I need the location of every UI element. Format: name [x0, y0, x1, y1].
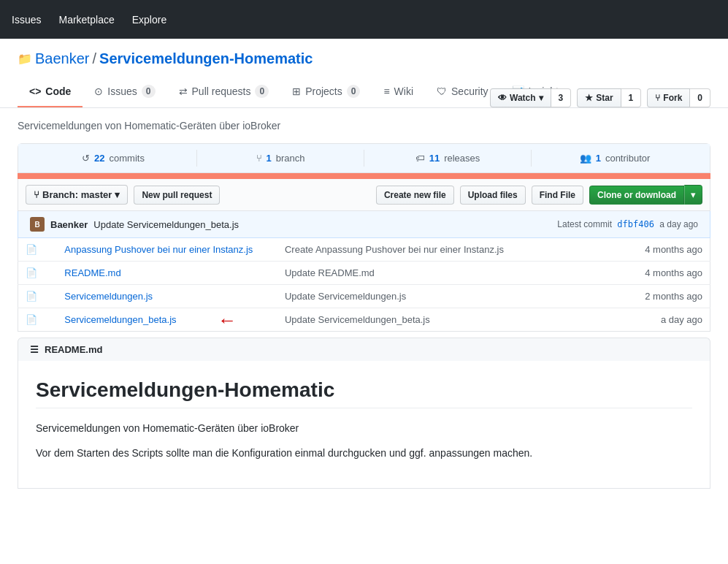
file-time: 4 months ago: [645, 267, 702, 278]
stats-row: ↺ 22 commits ⑂ 1 branch 🏷 11 releases 👥 …: [18, 144, 710, 173]
table-row: 📄 Anpassung Pushover bei nur einer Insta…: [18, 238, 710, 262]
contributors-stat[interactable]: 👥 1 contributor: [532, 150, 698, 167]
tab-wiki[interactable]: ≡ Wiki: [372, 77, 425, 107]
contributors-count[interactable]: 1: [596, 153, 601, 164]
commit-msg-cell: Create Anpassung Pushover bei nur einer …: [285, 244, 504, 255]
readme-filename: README.md: [45, 344, 102, 355]
tab-wiki-label: Wiki: [394, 85, 413, 97]
branches-count[interactable]: 1: [267, 153, 272, 164]
commit-right: Latest commit dfbf406 a day ago: [557, 219, 698, 229]
red-arrow-annotation: ←: [218, 308, 237, 331]
find-file-button[interactable]: Find File: [532, 186, 583, 205]
readme-body: Servicemeldungen-Homematic Servicemeldun…: [18, 361, 710, 489]
watch-count[interactable]: 3: [551, 88, 572, 107]
repo-header: 📁 Baenker / Servicemeldungen-Homematic 👁…: [0, 39, 728, 108]
file-link[interactable]: README.md: [64, 267, 120, 278]
clone-download-group: Clone or download ▾: [589, 185, 702, 205]
commits-stat[interactable]: ↺ 22 commits: [30, 150, 197, 167]
repo-description: Servicemeldungen von Homematic-Geräten ü…: [0, 108, 728, 143]
language-bar: [18, 173, 710, 179]
file-link[interactable]: Anpassung Pushover bei nur einer Instanz…: [64, 244, 253, 255]
commit-author[interactable]: Baenker: [50, 219, 88, 230]
breadcrumb-separator: /: [93, 50, 97, 67]
tab-pull-requests[interactable]: ⇄ Pull requests 0: [167, 76, 281, 107]
tab-projects[interactable]: ⊞ Projects 0: [280, 76, 372, 107]
branch-icon: ⑂: [34, 189, 39, 200]
owner-link[interactable]: Baenker: [35, 50, 90, 67]
file-icon: 📄: [26, 267, 37, 278]
commits-count[interactable]: 22: [94, 153, 104, 164]
issues-icon: ⊙: [94, 85, 103, 97]
fork-icon: ⑂: [655, 93, 660, 103]
contributors-label: contributor: [605, 153, 650, 164]
star-icon: ★: [585, 93, 593, 103]
file-time: 4 months ago: [645, 244, 702, 255]
star-button[interactable]: ★ Star: [577, 88, 621, 107]
repo-icon: 📁: [18, 52, 32, 66]
file-time: a day ago: [661, 314, 702, 325]
commit-msg-cell: Update Servicemeldungen_beta.js: [285, 314, 430, 325]
nav-link-explore[interactable]: Explore: [132, 14, 166, 26]
watch-button[interactable]: 👁 Watch ▾: [490, 88, 551, 107]
file-link[interactable]: Servicemeldungen.js: [64, 291, 153, 302]
create-new-file-button[interactable]: Create new file: [376, 186, 454, 205]
file-time: 2 months ago: [645, 291, 702, 302]
star-group: ★ Star 1: [577, 88, 641, 107]
pr-icon: ⇄: [179, 85, 188, 97]
readme-paragraph-1: Servicemeldungen von Homematic-Geräten ü…: [36, 420, 692, 436]
releases-stat[interactable]: 🏷 11 releases: [364, 150, 532, 167]
commit-hash[interactable]: dfbf406: [617, 219, 654, 229]
readme-paragraph-2: Vor dem Starten des Scripts sollte man d…: [36, 445, 692, 461]
issues-count: 0: [142, 85, 156, 98]
clone-or-download-button[interactable]: Clone or download: [589, 186, 684, 205]
projects-icon: ⊞: [292, 85, 301, 97]
commits-icon: ↺: [82, 153, 90, 164]
tab-issues[interactable]: ⊙ Issues 0: [83, 76, 166, 107]
repo-name-link[interactable]: Servicemeldungen-Homematic: [99, 50, 313, 67]
releases-count[interactable]: 11: [429, 153, 440, 164]
tab-issues-label: Issues: [107, 85, 137, 97]
file-table: 📄 Anpassung Pushover bei nur einer Insta…: [18, 238, 710, 332]
tab-security[interactable]: 🛡 Security: [425, 77, 500, 107]
branches-stat[interactable]: ⑂ 1 branch: [197, 150, 364, 167]
pr-count: 0: [255, 85, 269, 98]
nav-link-issues[interactable]: Issues: [12, 14, 41, 26]
star-label: Star: [596, 93, 613, 103]
tab-code-label: Code: [45, 85, 71, 97]
commit-msg-cell: Update README.md: [285, 267, 375, 278]
tab-security-label: Security: [451, 85, 488, 97]
new-pull-request-button[interactable]: New pull request: [134, 186, 220, 205]
commits-label: commits: [110, 153, 145, 164]
branches-label: branch: [276, 153, 305, 164]
fork-group: ⑂ Fork 0: [647, 88, 710, 107]
upload-files-button[interactable]: Upload files: [460, 186, 526, 205]
fork-count[interactable]: 0: [690, 88, 710, 107]
star-count[interactable]: 1: [621, 88, 642, 107]
branch-icon: ⑂: [256, 153, 262, 164]
watch-label: Watch: [510, 93, 536, 103]
fork-button[interactable]: ⑂ Fork: [647, 88, 690, 107]
clone-caret-button[interactable]: ▾: [684, 185, 702, 205]
repo-actions: 👁 Watch ▾ 3 ★ Star 1 ⑂ Fork 0: [490, 88, 710, 107]
tab-pr-label: Pull requests: [192, 85, 251, 97]
commit-msg-cell: Update Servicemeldungen.js: [285, 291, 406, 302]
caret-icon: ▾: [539, 93, 543, 103]
table-row: 📄 README.md Update README.md 4 months ag…: [18, 262, 710, 285]
commit-time: a day ago: [659, 219, 698, 229]
shield-icon: 🛡: [437, 85, 447, 97]
branch-selector[interactable]: ⑂ Branch: master ▾: [26, 185, 128, 205]
breadcrumb: 📁 Baenker / Servicemeldungen-Homematic: [18, 50, 710, 67]
tag-icon: 🏷: [415, 153, 425, 164]
file-icon: 📄: [26, 314, 37, 325]
projects-count: 0: [347, 85, 361, 98]
commit-left: B Baenker Update Servicemeldungen_beta.j…: [30, 217, 239, 232]
table-row: 📄 Servicemeldungen.js Update Servicemeld…: [18, 285, 710, 308]
file-link[interactable]: Servicemeldungen_beta.js: [64, 314, 176, 325]
readme-icon: ☰: [30, 344, 39, 355]
latest-commit-row: B Baenker Update Servicemeldungen_beta.j…: [18, 211, 710, 238]
nav-link-marketplace[interactable]: Marketplace: [58, 14, 114, 26]
tab-code[interactable]: <> Code: [18, 77, 83, 107]
file-actions-right: Create new file Upload files Find File C…: [376, 185, 702, 205]
watch-group: 👁 Watch ▾ 3: [490, 88, 571, 107]
readme-title: Servicemeldungen-Homematic: [36, 378, 692, 408]
